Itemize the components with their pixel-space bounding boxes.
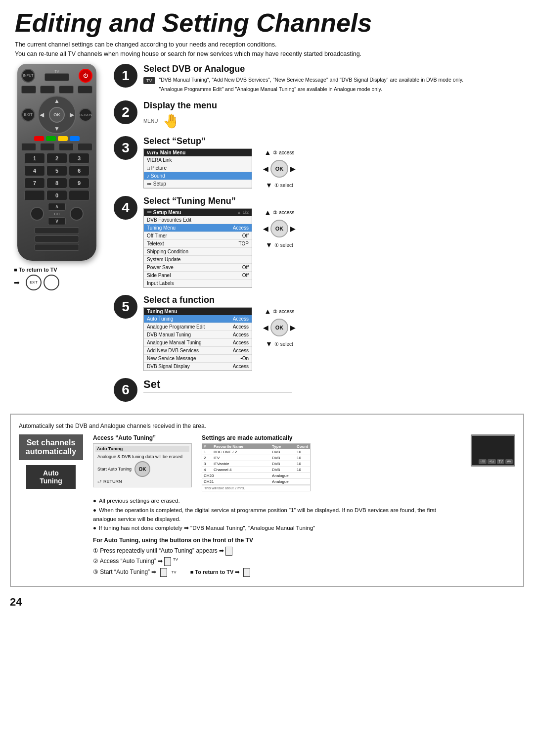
- remote-tv-btn[interactable]: [44, 73, 69, 81]
- tv-ctrl-plus[interactable]: +/∧: [488, 459, 496, 464]
- step-1-note-2: "Analogue Programme Edit" and "Analogue …: [159, 86, 464, 94]
- remote-wide-btn-1[interactable]: [35, 227, 79, 234]
- nav-left-btn[interactable]: ◀: [40, 111, 44, 118]
- menu-row-analogue-manual[interactable]: Analogue Manual TuningAccess: [144, 339, 252, 347]
- remote-rect-btn-4[interactable]: [78, 86, 92, 94]
- num-btn-blank-r[interactable]: [69, 190, 89, 201]
- ok-center-btn[interactable]: OK: [49, 107, 65, 123]
- menu-row-add-dvb[interactable]: Add New DVB ServicesAccess: [144, 347, 252, 355]
- yellow-btn[interactable]: [58, 136, 68, 141]
- remote-rect-btn-2[interactable]: [40, 86, 55, 94]
- menu-row-teletext[interactable]: TeletextTOP: [144, 240, 252, 248]
- remote-power-btn[interactable]: ⏻: [79, 69, 92, 83]
- small-sq-1: [225, 547, 232, 556]
- menu-row-dvb-manual[interactable]: DVB Manual TuningAccess: [144, 331, 252, 339]
- tv-ctrl-minus[interactable]: –/V: [479, 459, 487, 464]
- num-btn-6[interactable]: 6: [69, 165, 89, 176]
- dt-row-5: CH20Analogue: [202, 473, 310, 479]
- num-btn-4[interactable]: 4: [24, 165, 45, 176]
- ok-button-5[interactable]: OK: [270, 319, 288, 336]
- num-btn-2[interactable]: 2: [46, 153, 67, 164]
- remote-mid-btn-4[interactable]: [78, 143, 92, 151]
- menu-row-dvb-fav[interactable]: DVB Favourites Edit: [144, 216, 252, 224]
- num-btn-0[interactable]: 0: [46, 190, 67, 201]
- menu-row-picture[interactable]: □ Picture: [144, 164, 252, 172]
- ok-button-3[interactable]: OK: [270, 160, 288, 178]
- menu-row-inputlabels[interactable]: Input Labels: [144, 280, 252, 287]
- nav-up-btn[interactable]: ▲: [54, 97, 60, 104]
- remote-mid-btn-1[interactable]: [21, 143, 36, 151]
- step-5-content: Select a function Tuning Menu Auto Tunin…: [143, 295, 524, 371]
- menu-row-setup[interactable]: ≔ Setup: [144, 180, 252, 188]
- dt-row-3: 3ITVanbleDVB10: [202, 461, 310, 467]
- num-btn-blank-l[interactable]: [24, 190, 45, 201]
- menu-row-sidepanel[interactable]: Side PanelOff: [144, 272, 252, 280]
- ok-left-arrow-icon-4: ◀: [263, 225, 268, 233]
- menu-row-sound[interactable]: ♪ Sound: [144, 172, 252, 180]
- tv-ctrl-av[interactable]: AV: [505, 459, 513, 464]
- arrow-up-icon-5: ▲: [265, 307, 271, 315]
- menu-row-shipping[interactable]: Shipping Condition: [144, 248, 252, 256]
- at-return-row: ⮐ RETURN: [95, 478, 189, 485]
- remote-top-rect-row: [21, 86, 92, 94]
- remote-mid-btn-2[interactable]: [40, 143, 55, 151]
- remote-return-btn[interactable]: RETURN: [79, 108, 92, 122]
- num-btn-1[interactable]: 1: [24, 153, 45, 164]
- ok-button-4[interactable]: OK: [270, 220, 288, 237]
- bottom-section: Automatically set the DVB and Analogue c…: [10, 414, 524, 586]
- ok-left-arrow-icon: ◀: [263, 165, 268, 173]
- menu-row-sysupdate[interactable]: System Update: [144, 256, 252, 264]
- small-sq-4: [243, 568, 250, 577]
- hand-pointing-icon: 🤚: [163, 113, 180, 129]
- num-btn-3[interactable]: 3: [69, 153, 89, 164]
- remote-rect-btn-1[interactable]: [21, 86, 36, 94]
- dt-row-2: 2ITVDVB10: [202, 455, 310, 461]
- arrow-return-icon: ⮐: [97, 479, 101, 484]
- menu-row-service-msg[interactable]: New Service Message•On: [144, 355, 252, 363]
- remote-wide-btn-3[interactable]: [35, 244, 79, 251]
- menu-row-analogue-prog[interactable]: Analogue Programme EditAccess: [144, 323, 252, 331]
- digital-table: # Favourite Name Type Count 1BBC ONE / 2…: [202, 443, 311, 491]
- remote-mid-btn-3[interactable]: [59, 143, 74, 151]
- num-btn-9[interactable]: 9: [69, 178, 89, 189]
- menu-row-dvb-signal[interactable]: DVB Signal DisplayAccess: [144, 363, 252, 371]
- remote-mid-rect-row: [21, 143, 92, 151]
- menu-row-autotuning[interactable]: Auto TuningAccess: [144, 315, 252, 323]
- remote-bottom-btn-r[interactable]: [70, 207, 84, 221]
- menu-row-powersave[interactable]: Power SaveOff: [144, 264, 252, 272]
- auto-tuning-btn[interactable]: Auto Tuning: [26, 465, 76, 489]
- remote-body: INPUT TV ⏻ EXIT: [17, 64, 96, 261]
- at-ok-btn[interactable]: OK: [134, 461, 150, 477]
- remote-rect-btn-3[interactable]: [59, 86, 74, 94]
- numbered-step-2: ② Access “Auto Tuning” ➡ TV: [93, 556, 461, 567]
- ch-down-btn[interactable]: ∨: [48, 217, 66, 225]
- num-btn-7[interactable]: 7: [24, 178, 45, 189]
- num-btn-5[interactable]: 5: [46, 165, 67, 176]
- tv-ctrl-tv[interactable]: TV: [497, 459, 504, 464]
- left-labels: Set channels automatically Auto Tuning: [19, 434, 83, 489]
- remote-side-btn[interactable]: EXIT: [21, 108, 35, 122]
- arrow-right-icon: ➡: [14, 279, 20, 286]
- step-4-title: Select “Tuning Menu”: [143, 196, 524, 206]
- menu-row-viera-link[interactable]: VIERA Link: [144, 156, 252, 164]
- small-sq-2: [164, 557, 171, 566]
- menu-row-tuning[interactable]: Tuning MenuAccess: [144, 224, 252, 232]
- exit-circle-btn[interactable]: EXIT: [26, 275, 42, 290]
- exit-circle[interactable]: [44, 275, 59, 290]
- at-title: Auto Tuning: [95, 446, 189, 452]
- remote-bottom-btn-l[interactable]: [30, 207, 44, 221]
- steps-column: 1 Select DVB or Analogue TV "DVB Manual …: [109, 64, 524, 409]
- remote-input-btn[interactable]: INPUT: [21, 69, 35, 83]
- num-btn-8[interactable]: 8: [46, 178, 67, 189]
- menu-row-off-timer[interactable]: Off TimerOff: [144, 232, 252, 240]
- green-btn[interactable]: [46, 136, 56, 141]
- blue-btn[interactable]: [70, 136, 80, 141]
- step-4-menu-header: ≔ Setup Menu ▲ 1/2: [144, 209, 252, 216]
- nav-down-btn[interactable]: ▼: [54, 125, 60, 132]
- numbered-steps: ① Press repeatedly until “Auto Tuning” a…: [93, 546, 461, 578]
- return-to-tv-section: ■ To return to TV ➡ EXIT: [10, 267, 104, 290]
- ch-up-btn[interactable]: ∧: [48, 203, 66, 211]
- nav-right-btn[interactable]: ▶: [70, 111, 74, 118]
- remote-wide-btn-2[interactable]: [35, 236, 79, 242]
- red-btn[interactable]: [34, 136, 44, 141]
